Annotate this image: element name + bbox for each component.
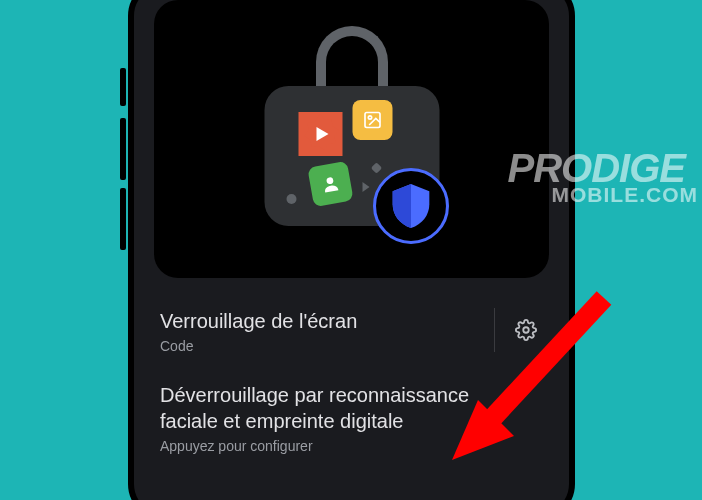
- security-hero-card: [154, 0, 549, 278]
- screen-lock-settings-button[interactable]: [509, 313, 543, 347]
- setting-subtitle: Appuyez pour configurer: [160, 438, 531, 454]
- play-badge-icon: [298, 112, 342, 156]
- decorative-triangle: [362, 182, 369, 192]
- phone-frame: Verrouillage de l'écran Code Déverrouill…: [128, 0, 575, 500]
- setting-subtitle: Code: [160, 338, 482, 354]
- lock-illustration: [237, 24, 467, 254]
- svg-point-1: [368, 116, 371, 119]
- setting-title: Verrouillage de l'écran: [160, 308, 482, 334]
- setting-screen-lock[interactable]: Verrouillage de l'écran Code: [160, 300, 543, 374]
- setting-face-fingerprint-unlock[interactable]: Déverrouillage par reconnaissance facial…: [160, 374, 543, 474]
- gear-icon: [515, 319, 537, 341]
- svg-point-2: [326, 177, 334, 185]
- photo-badge-icon: [352, 100, 392, 140]
- phone-volume-up: [120, 118, 126, 180]
- setting-title: Déverrouillage par reconnaissance facial…: [160, 382, 531, 434]
- security-shield-badge: [373, 168, 449, 244]
- decorative-dot: [286, 194, 296, 204]
- contact-badge-icon: [307, 161, 353, 207]
- phone-volume-down: [120, 188, 126, 250]
- phone-side-button: [120, 68, 126, 106]
- svg-point-3: [523, 327, 529, 333]
- security-settings-list: Verrouillage de l'écran Code Déverrouill…: [154, 278, 549, 474]
- decorative-dot: [370, 162, 381, 173]
- setting-action-divider: [494, 308, 543, 352]
